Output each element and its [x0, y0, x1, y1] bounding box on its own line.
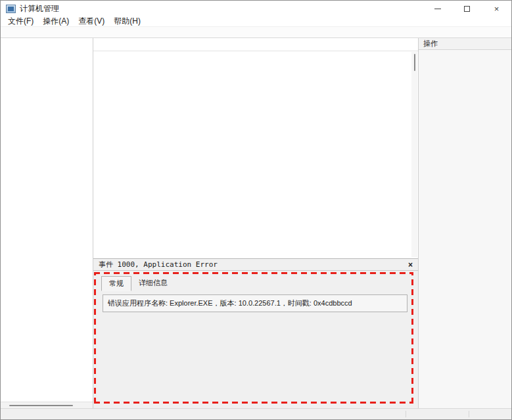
menu-bar: 文件(F)操作(A)查看(V)帮助(H)	[1, 16, 511, 27]
computer-management-window: 计算机管理 × 文件(F)操作(A)查看(V)帮助(H) 事件 1000, Ap…	[0, 0, 512, 420]
tab-general[interactable]: 常规	[101, 276, 131, 291]
event-list-scrollbar[interactable]	[411, 52, 417, 257]
details-close-icon[interactable]: ×	[408, 260, 413, 269]
main-area: 事件 1000, Application Error × 常规 详细信息 错误应…	[1, 38, 511, 408]
close-button[interactable]: ×	[482, 1, 511, 16]
minimize-icon	[434, 9, 441, 9]
title-bar: 计算机管理 ×	[1, 1, 511, 16]
scrollbar-thumb[interactable]	[414, 54, 415, 71]
event-list-area	[93, 38, 418, 259]
tree-horizontal-scrollbar[interactable]	[1, 402, 93, 408]
window-title: 计算机管理	[20, 3, 59, 14]
scrollbar-thumb[interactable]	[9, 405, 73, 406]
event-list-rows	[93, 51, 418, 258]
toolbar	[1, 27, 511, 38]
window-controls: ×	[423, 1, 511, 16]
statusbar-separator	[469, 411, 469, 417]
details-body: 常规 详细信息 错误应用程序名称: Explorer.EXE，版本: 10.0.…	[93, 271, 418, 408]
center-pane: 事件 1000, Application Error × 常规 详细信息 错误应…	[93, 38, 419, 408]
status-bar	[1, 408, 511, 419]
menu-action[interactable]: 操作(A)	[38, 16, 74, 27]
menu-help[interactable]: 帮助(H)	[109, 16, 145, 27]
console-tree-pane	[1, 38, 93, 408]
event-message: 错误应用程序名称: Explorer.EXE，版本: 10.0.22567.1，…	[103, 294, 407, 312]
tab-details[interactable]: 详细信息	[131, 276, 175, 291]
event-list-header	[93, 38, 418, 51]
menu-view[interactable]: 查看(V)	[74, 16, 109, 27]
event-details-pane: 事件 1000, Application Error × 常规 详细信息 错误应…	[93, 259, 418, 408]
minimize-button[interactable]	[423, 1, 452, 16]
maximize-button[interactable]	[452, 1, 482, 16]
annotation-rectangle	[94, 272, 413, 404]
actions-pane: 操作	[419, 38, 511, 408]
actions-title: 操作	[419, 38, 511, 50]
details-title: 事件 1000, Application Error	[99, 260, 218, 269]
maximize-icon	[464, 6, 470, 12]
details-tabs: 常规 详细信息	[101, 276, 418, 291]
details-title-bar: 事件 1000, Application Error ×	[93, 259, 418, 271]
statusbar-separator	[406, 411, 406, 417]
menu-file[interactable]: 文件(F)	[3, 16, 38, 27]
app-icon	[6, 5, 16, 13]
